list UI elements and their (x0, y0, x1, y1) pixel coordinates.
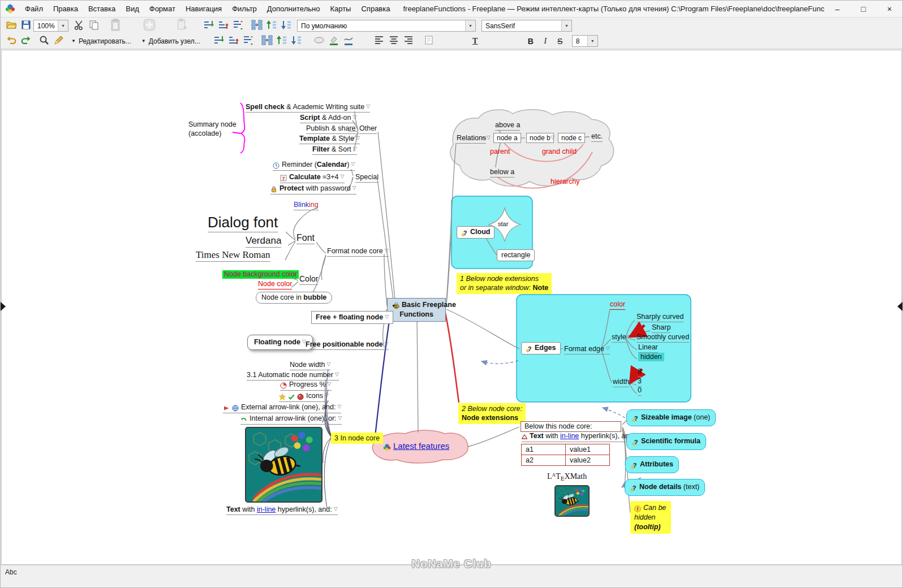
node-reminder[interactable]: Reminder (Calendar)▽ (273, 161, 355, 171)
node-color[interactable]: Node color (258, 280, 292, 289)
node-below-a[interactable]: below a (490, 168, 514, 178)
node-a[interactable]: node a (493, 133, 521, 143)
node-filter-sort[interactable]: Filter & Sort▽ (312, 145, 357, 155)
hyperlink[interactable]: Latest features (393, 441, 449, 451)
node-format-edge[interactable]: Format edge▽ (564, 345, 610, 354)
node-c[interactable]: node c (558, 133, 585, 143)
node-free-positionable[interactable]: Free positionable node▽ (306, 340, 389, 350)
node-image-bee[interactable] (245, 427, 322, 503)
node-linear[interactable]: Linear (638, 343, 658, 353)
node-font[interactable]: Font (296, 232, 315, 244)
node-sizeable-image[interactable]: ?Sizeable image (one) (626, 409, 716, 426)
node-cloud[interactable]: ?Cloud (457, 226, 494, 239)
node-background-color[interactable]: Node background color (222, 270, 299, 279)
fold-indicator-icon[interactable]: ▽ (385, 341, 389, 347)
fold-indicator-icon[interactable]: ▽ (328, 381, 332, 387)
node-verdana[interactable]: Verdana (246, 235, 281, 248)
node-free-floating[interactable]: Free + floating node▽ (311, 311, 393, 324)
fold-indicator-icon[interactable]: ▽ (366, 103, 370, 109)
node-auto-number[interactable]: 3.1 Automatic node number▽ (247, 371, 339, 381)
node-text-hyperlink[interactable]: Text with in-line hyperlink(s), and:▽ (226, 505, 338, 515)
node-edges[interactable]: ?Edges (521, 342, 561, 354)
note-below-node-core[interactable]: 2 Below node core:Node extensions (458, 403, 526, 424)
node-edge-width[interactable]: width (613, 378, 629, 387)
node-core-in-bubble[interactable]: Node core in bubble (256, 292, 332, 304)
fold-indicator-icon[interactable]: ▽ (334, 506, 338, 512)
node-icons[interactable]: Icons▽ (279, 392, 329, 402)
fold-indicator-icon[interactable]: ▽ (353, 146, 357, 152)
node-scientific-formula[interactable]: ?Scientific formula (626, 433, 706, 450)
fold-indicator-icon[interactable]: ▽ (335, 371, 339, 377)
node-rectangle[interactable]: rectangle (497, 249, 535, 261)
attributes-table[interactable]: a1value1a2value2 (521, 444, 610, 466)
note-below-node-extensions[interactable]: 1 Below node extensionsor in separate wi… (457, 273, 552, 294)
fold-indicator-icon[interactable]: ▽ (325, 392, 329, 398)
label-hierarchy[interactable]: hierarchy (551, 178, 579, 186)
node-edge-color[interactable]: color (610, 300, 625, 310)
node-publish-share[interactable]: Publish & share (306, 124, 356, 134)
node-sharply-curved[interactable]: Sharply curved (637, 313, 683, 322)
node-times-new-roman[interactable]: Times New Roman (196, 249, 270, 262)
node-width[interactable]: Node width▽ (290, 361, 330, 370)
fold-indicator-icon[interactable]: ▽ (606, 345, 610, 351)
node-details[interactable]: ?Node details (text) (625, 479, 705, 496)
node-width-8[interactable]: 8 (638, 368, 642, 377)
node-latex-math[interactable]: LATEXMath (547, 472, 587, 482)
node-progress[interactable]: Progress %▽ (280, 381, 332, 391)
label-star[interactable]: star (498, 220, 508, 228)
node-style[interactable]: style (612, 333, 626, 343)
fold-indicator-icon[interactable]: ▽ (351, 161, 355, 167)
node-sharp[interactable]: Sharp (652, 323, 670, 333)
fold-indicator-icon[interactable]: ▽ (337, 404, 341, 409)
node-smoothly-curved[interactable]: Smoothly curved (637, 333, 689, 343)
node-format-node-core[interactable]: Format node core▽ (327, 247, 389, 257)
right-panel-toggle[interactable] (897, 302, 902, 311)
node-color-label[interactable]: Color (299, 274, 318, 285)
node-above-a[interactable]: above a (495, 121, 520, 131)
node-etc[interactable]: etc. (591, 132, 603, 142)
node-other[interactable]: Other (359, 124, 377, 134)
node-calculate[interactable]: 7Calculate =3+4▽ (280, 173, 345, 183)
node-attributes[interactable]: ?Attributes (625, 456, 679, 473)
fold-indicator-icon[interactable]: ▽ (352, 114, 356, 120)
fold-indicator-icon[interactable]: ▽ (341, 174, 345, 179)
node-summary-accolade[interactable]: Summary node(accolade) (188, 120, 245, 139)
label-grand-child[interactable]: grand child (542, 148, 577, 156)
node-spell-check[interactable]: Spell check & Academic Writing suite▽ (246, 103, 370, 113)
left-panel-toggle[interactable] (1, 302, 6, 311)
fold-indicator-icon[interactable]: ▽ (338, 415, 342, 421)
attribute-cell[interactable]: a2 (522, 455, 566, 466)
attribute-cell[interactable]: value2 (566, 455, 610, 466)
fold-marker-c[interactable]: ▽ (551, 135, 557, 142)
hyperlink[interactable]: in-line (560, 432, 579, 440)
node-hidden[interactable]: hidden (638, 353, 664, 361)
fold-indicator-icon[interactable]: ▽ (385, 248, 389, 253)
node-special[interactable]: Special (355, 173, 379, 183)
node-internal-arrow-link[interactable]: Internal arrow-link (one), or:▽ (240, 414, 342, 425)
node-template-style[interactable]: Template & Style▽ (299, 135, 360, 144)
node-text-hyperlink-2[interactable]: Text with in-line hyperlink(s), and: (522, 432, 635, 442)
hyperlink[interactable]: in-line (257, 505, 276, 513)
node-external-arrow-link[interactable]: External arrow-link (one), and:▽ (223, 403, 341, 413)
node-b[interactable]: node b (526, 133, 554, 143)
node-relations[interactable]: Relations (457, 134, 486, 144)
fold-indicator-icon[interactable]: ▽ (385, 314, 389, 319)
node-latest-features[interactable]: Latest features (383, 441, 449, 452)
node-script-addon[interactable]: Script & Add-on▽ (300, 114, 356, 123)
node-protect[interactable]: Protect with password▽ (270, 184, 356, 194)
node-in-node-core[interactable]: 3 In node core (331, 433, 383, 444)
node-dialog-font[interactable]: Dialog font (208, 214, 278, 232)
fold-indicator-icon[interactable]: ▽ (356, 135, 360, 141)
attribute-cell[interactable]: value1 (566, 444, 610, 455)
node-root[interactable]: Basic FreeplaneFunctions (387, 298, 446, 322)
node-can-be-hidden[interactable]: !Can behidden(tooltip) (630, 501, 671, 534)
fold-indicator-icon[interactable]: ▽ (327, 361, 331, 367)
attribute-cell[interactable]: a1 (522, 444, 566, 455)
fold-marker-a[interactable]: ▽ (487, 135, 493, 142)
node-blinking[interactable]: Blinking (294, 201, 319, 210)
node-width-0[interactable]: 0 (638, 386, 642, 396)
node-width-3[interactable]: 3 (638, 377, 642, 387)
fold-indicator-icon[interactable]: ▽ (352, 185, 356, 191)
node-image-bee-small[interactable] (554, 485, 590, 517)
node-floating[interactable]: Floating node▽ (247, 335, 313, 350)
